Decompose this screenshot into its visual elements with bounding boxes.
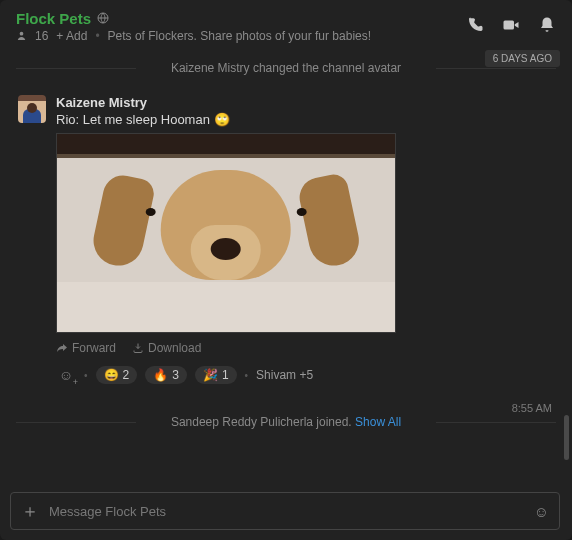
add-members-button[interactable]: + Add: [56, 29, 87, 43]
reaction-pill[interactable]: 😄 2: [96, 366, 138, 384]
reaction-pill[interactable]: 🔥 3: [145, 366, 187, 384]
fire-emoji: 🔥: [153, 368, 168, 382]
message-composer: ＋ ☺: [10, 492, 560, 530]
emoji-picker-icon[interactable]: ☺: [534, 503, 549, 520]
avatar[interactable]: [18, 95, 46, 123]
separator-dot: •: [245, 370, 249, 381]
message: Kaizene Mistry Rio: Let me sleep Hooman …: [6, 79, 566, 385]
message-input[interactable]: [49, 504, 524, 519]
channel-header: Flock Pets 16 + Add • Pets of Flockers. …: [6, 10, 566, 47]
add-reaction-button[interactable]: ☺: [56, 365, 76, 385]
message-timestamp: 8:55 AM: [512, 402, 552, 414]
reactors-summary[interactable]: Shivam +5: [256, 368, 313, 382]
reaction-pill[interactable]: 🎉 1: [195, 366, 237, 384]
party-emoji: 🎉: [203, 368, 218, 382]
channel-name[interactable]: Flock Pets: [16, 10, 91, 27]
video-icon[interactable]: [502, 16, 520, 37]
separator-dot: •: [95, 29, 99, 43]
grin-emoji: 😄: [104, 368, 119, 382]
system-event-avatar-change: Kaizene Mistry changed the channel avata…: [16, 61, 556, 75]
bell-icon[interactable]: [538, 16, 556, 37]
scrollbar-thumb[interactable]: [564, 415, 569, 460]
message-text: Rio: Let me sleep Hooman 🙄: [56, 112, 554, 127]
show-all-link[interactable]: Show All: [355, 415, 401, 429]
separator-dot: •: [84, 370, 88, 381]
system-event-join: Sandeep Reddy Pulicherla joined. Show Al…: [6, 415, 566, 429]
channel-topic: Pets of Flockers. Share photos of your f…: [108, 29, 371, 43]
image-attachment[interactable]: [56, 133, 396, 333]
message-author[interactable]: Kaizene Mistry: [56, 95, 554, 110]
svg-point-1: [20, 31, 24, 35]
member-count[interactable]: 16: [35, 29, 48, 43]
svg-rect-2: [504, 21, 515, 30]
plus-icon[interactable]: ＋: [21, 499, 39, 523]
forward-button[interactable]: Forward: [56, 341, 116, 355]
members-icon: [16, 30, 27, 43]
globe-icon: [97, 12, 109, 26]
phone-icon[interactable]: [466, 16, 484, 37]
download-button[interactable]: Download: [132, 341, 201, 355]
eyeroll-emoji: 🙄: [214, 112, 230, 127]
